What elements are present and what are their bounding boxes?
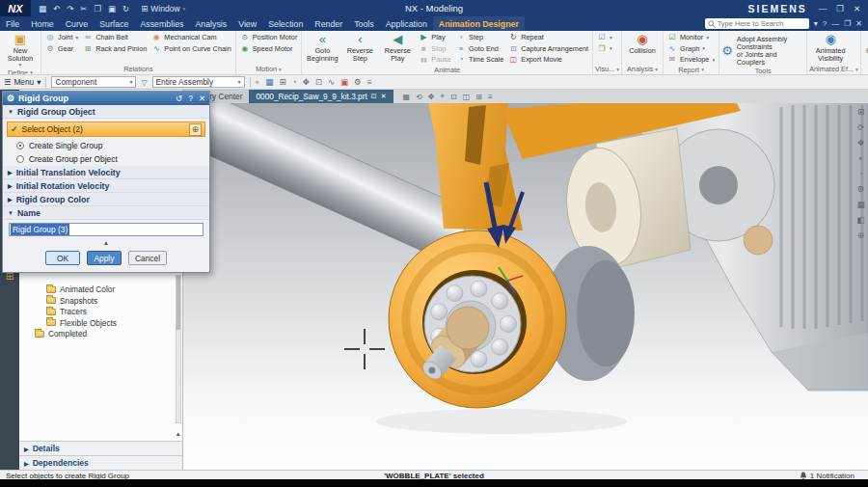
- repeat-command-icon[interactable]: ↻: [122, 4, 129, 14]
- perspective-icon[interactable]: ◔: [858, 170, 863, 178]
- expand-toolbar-icon[interactable]: ⊕: [857, 231, 864, 240]
- pan-icon[interactable]: ✥: [857, 139, 864, 148]
- section-name[interactable]: ▼ Name: [3, 206, 209, 220]
- step-button[interactable]: ›Step: [454, 32, 505, 43]
- rotate-icon[interactable]: ⟳: [857, 123, 864, 132]
- tab-analysis[interactable]: Analysis: [189, 16, 232, 31]
- pan-view-icon[interactable]: ✥: [428, 93, 435, 101]
- name-input[interactable]: Rigid Group (3): [9, 223, 203, 236]
- close-tab-icon[interactable]: ✕: [381, 93, 387, 100]
- dialog-help-button[interactable]: ?: [188, 94, 193, 103]
- minimize-button[interactable]: —: [819, 4, 827, 14]
- settings-icon[interactable]: ⚙: [354, 77, 362, 87]
- tree-item-snapshots[interactable]: Snapshots: [46, 296, 117, 307]
- export-movie-button[interactable]: ◫Export Movie: [506, 54, 590, 66]
- select-object-row[interactable]: ✓ Select Object (2) ⊕: [7, 122, 205, 137]
- details-section[interactable]: ▶Details: [19, 441, 182, 455]
- radio-create-single-group[interactable]: Create Single Group: [3, 139, 209, 152]
- radio-icon-selected[interactable]: [16, 142, 24, 149]
- doc-minimize-button[interactable]: —: [831, 19, 839, 28]
- more-options-icon[interactable]: ≡: [367, 77, 372, 87]
- rotate-view-icon[interactable]: ⟲: [416, 93, 422, 101]
- monitor-button[interactable]: ☑Monitor▾: [665, 32, 717, 43]
- select-face-icon[interactable]: ▦: [265, 77, 273, 87]
- section-view-icon[interactable]: ◧: [856, 216, 864, 225]
- tab-animation-designer[interactable]: Animation Designer: [433, 16, 525, 31]
- section-initial-translation-velocity[interactable]: ▶ Initial Translation Velocity: [3, 166, 209, 179]
- stop-at-intersection-icon[interactable]: ▣: [340, 77, 348, 87]
- search-input[interactable]: [718, 19, 806, 28]
- visualization-tool-2-button[interactable]: ❐▾: [595, 43, 614, 55]
- visualization-tool-1-button[interactable]: ☑▾: [595, 32, 614, 43]
- dialog-title-bar[interactable]: ⚙ Rigid Group ↺ ? ✕: [3, 92, 209, 105]
- restore-button[interactable]: ❐: [836, 4, 844, 14]
- housing-boss[interactable]: [744, 226, 773, 255]
- pin-tab-icon[interactable]: ⊡: [371, 93, 377, 100]
- paste-icon[interactable]: ▣: [108, 4, 116, 14]
- tab-home[interactable]: Home: [25, 16, 59, 31]
- stop-button[interactable]: ■Stop: [417, 43, 453, 55]
- scroll-up-icon[interactable]: ▲: [176, 430, 181, 437]
- point-on-curve-chain-button[interactable]: ∿Point on Curve Chain: [149, 43, 232, 55]
- tree-item-flexible-objects[interactable]: Flexible Objects: [46, 318, 117, 329]
- select-edge-icon[interactable]: ◔: [292, 77, 297, 87]
- ok-button[interactable]: OK: [45, 251, 80, 265]
- copy-icon[interactable]: ❐: [94, 4, 101, 14]
- scrollbar-thumb[interactable]: [176, 276, 180, 330]
- wireframe-view-icon[interactable]: ◫: [463, 93, 471, 101]
- point-dialog-icon[interactable]: ⊕: [189, 123, 202, 136]
- layers-icon[interactable]: ▦: [856, 201, 864, 209]
- menu-button[interactable]: ☰ Menu ▾: [4, 77, 41, 87]
- close-button[interactable]: ✕: [854, 4, 860, 14]
- view-menu-icon[interactable]: ≡: [488, 93, 493, 101]
- position-motor-button[interactable]: ⊙Position Motor: [238, 32, 300, 43]
- undo-icon[interactable]: ↶: [53, 4, 60, 14]
- section-rigid-group-color[interactable]: ▶ Rigid Group Color: [3, 193, 209, 206]
- tab-active-part[interactable]: 0000_Recip_Saw_9_9_kit.3.prt ⊡ ✕: [249, 90, 393, 103]
- orient-view-icon[interactable]: ⊞: [475, 93, 482, 101]
- speed-motor-button[interactable]: ◉Speed Motor: [238, 43, 300, 55]
- reverse-step-button[interactable]: ‹Reverse Step: [341, 32, 378, 63]
- doc-close-button[interactable]: ✕: [855, 19, 862, 28]
- fit-view-icon[interactable]: ▦: [403, 93, 411, 101]
- move-icon[interactable]: ✥: [303, 77, 310, 87]
- radio-create-group-per-object[interactable]: Create Group per Object: [3, 152, 209, 166]
- animated-visibility-button[interactable]: ◉Animated Visibility: [809, 32, 852, 63]
- filter-icon[interactable]: ▽: [141, 78, 147, 87]
- cancel-button[interactable]: Cancel: [128, 251, 167, 265]
- save-icon[interactable]: ▦: [39, 4, 46, 14]
- adopt-assembly-constraints-button[interactable]: ⚙ Adopt Assembly Constraintsor Joints an…: [721, 32, 804, 67]
- mechanical-cam-button[interactable]: ◉Mechanical Cam: [149, 32, 232, 43]
- envelope-button[interactable]: ✉Envelope▾: [665, 54, 717, 66]
- snap-point-icon[interactable]: ⌖: [256, 77, 260, 88]
- collision-button[interactable]: ◉Collision: [624, 32, 661, 55]
- select-body-icon[interactable]: ⊞: [279, 77, 285, 87]
- radio-icon[interactable]: [16, 155, 24, 163]
- capture-arrangement-button[interactable]: ⊡Capture Arrangement: [506, 43, 590, 55]
- tree-item-completed[interactable]: Completed: [35, 329, 117, 339]
- new-solution-button[interactable]: ▣ New Solution ▾: [2, 32, 39, 68]
- 3d-viewport[interactable]: [183, 103, 868, 470]
- repeat-button[interactable]: ↻Repeat: [506, 32, 590, 43]
- section-rigid-group-object[interactable]: ▼ Rigid Group Object: [3, 105, 209, 119]
- joint-button[interactable]: ◎Joint▾: [43, 32, 80, 43]
- shaded-view-icon[interactable]: ⊡: [450, 93, 457, 101]
- goto-end-button[interactable]: »Goto End: [454, 43, 505, 55]
- help-icon[interactable]: ?: [823, 19, 827, 28]
- zoom-icon[interactable]: ⌖: [858, 154, 863, 163]
- section-initial-rotation-velocity[interactable]: ▶ Initial Rotation Velocity: [3, 179, 209, 193]
- graph-button[interactable]: ∿Graph▾: [665, 43, 717, 55]
- dialog-close-button[interactable]: ✕: [199, 94, 205, 103]
- redo-icon[interactable]: ↷: [67, 4, 73, 14]
- tree-item-animated-color[interactable]: Animated Color: [46, 284, 117, 295]
- time-scale-button[interactable]: ◔Time Scale: [454, 54, 505, 66]
- zoom-view-icon[interactable]: ⌖: [440, 92, 445, 101]
- tab-tools[interactable]: Tools: [348, 16, 380, 31]
- chain-belt-button[interactable]: ∞Chain Belt: [81, 32, 149, 43]
- roles-icon[interactable]: ⊞: [6, 272, 14, 282]
- gear-button[interactable]: ⚙Gear: [43, 43, 80, 55]
- goto-beginning-button[interactable]: «Goto Beginning: [304, 32, 340, 63]
- rack-and-pinion-button[interactable]: ⊞Rack and Pinion: [81, 43, 149, 55]
- tree-item-tracers[interactable]: Tracers: [46, 307, 117, 317]
- assembly-scope-dropdown[interactable]: Entire Assembly ▾: [152, 76, 245, 88]
